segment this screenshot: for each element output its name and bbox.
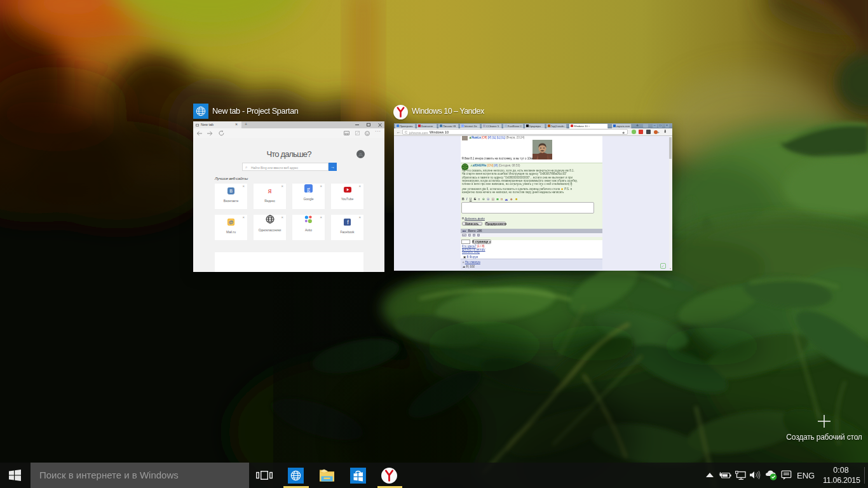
svg-text:@: @: [229, 220, 234, 226]
svg-text:Я: Я: [268, 188, 271, 194]
svg-text:В: В: [229, 189, 233, 193]
svg-text:g: g: [307, 185, 310, 192]
